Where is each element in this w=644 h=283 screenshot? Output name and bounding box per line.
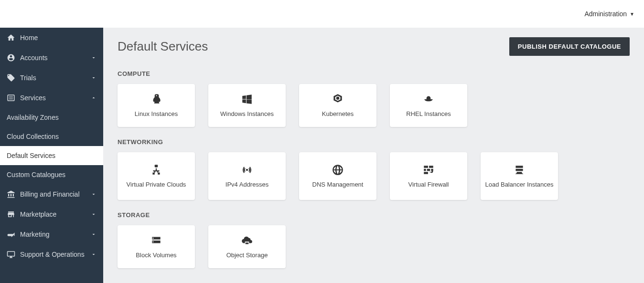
sidebar-item-default-services[interactable]: Default Services (0, 146, 103, 165)
sidebar-item-label: Marketplace (20, 210, 97, 218)
broadcast-icon (241, 164, 253, 176)
chevron-down-icon (91, 211, 97, 217)
section-compute: COMPUTE Linux Instances Windows Instance… (118, 70, 630, 127)
chevron-down-icon (91, 55, 97, 61)
section-title: NETWORKING (118, 138, 630, 146)
store-icon (7, 210, 15, 219)
card-label: Windows Instances (220, 110, 274, 118)
publish-button[interactable]: PUBLISH DEFAULT CATALOGUE (509, 37, 630, 56)
card-row: Virtual Private Clouds IPv4 Addresses DN… (118, 152, 630, 200)
section-storage: STORAGE Block Volumes Object Storage (118, 211, 630, 268)
card-firewall[interactable]: Virtual Firewall (390, 152, 467, 200)
sidebar-item-trials[interactable]: Trials (0, 68, 103, 88)
chevron-down-icon (91, 231, 97, 237)
sidebar: Home Accounts Trials Services Availabili… (0, 28, 103, 283)
sidebar-item-custom-catalogues[interactable]: Custom Catalogues (0, 165, 103, 184)
card-object-storage[interactable]: Object Storage (208, 225, 286, 268)
card-ipv4[interactable]: IPv4 Addresses (208, 152, 286, 200)
chevron-up-icon (91, 95, 97, 101)
card-label: Virtual Firewall (408, 181, 449, 189)
card-label: Kubernetes (322, 110, 354, 118)
card-label: Load Balancer Instances (485, 181, 553, 189)
sidebar-item-label: Cloud Collections (7, 133, 97, 140)
section-networking: NETWORKING Virtual Private Clouds IPv4 A… (118, 138, 630, 200)
card-load-balancer[interactable]: Load Balancer Instances (481, 152, 558, 200)
load-balancer-icon (513, 164, 526, 176)
card-windows-instances[interactable]: Windows Instances (208, 84, 286, 127)
chevron-down-icon (91, 75, 97, 81)
card-kubernetes[interactable]: Kubernetes (299, 84, 376, 127)
home-icon (7, 33, 15, 42)
sidebar-item-accounts[interactable]: Accounts (0, 48, 103, 68)
page-header: Default Services PUBLISH DEFAULT CATALOG… (118, 37, 630, 56)
sidebar-item-services[interactable]: Services (0, 88, 103, 108)
card-row: Block Volumes Object Storage (118, 225, 630, 268)
hat-icon (422, 93, 435, 105)
card-vpc[interactable]: Virtual Private Clouds (118, 152, 195, 200)
main-content: Default Services PUBLISH DEFAULT CATALOG… (103, 28, 644, 283)
page-title: Default Services (118, 39, 208, 54)
card-label: DNS Management (312, 181, 364, 189)
sidebar-item-home[interactable]: Home (0, 28, 103, 48)
sidebar-item-cloud-collections[interactable]: Cloud Collections (0, 127, 103, 146)
card-label: Object Storage (226, 252, 268, 260)
user-circle-icon (7, 53, 15, 62)
sidebar-item-support[interactable]: Support & Operations (0, 244, 103, 264)
section-title: STORAGE (118, 211, 630, 219)
card-row: Linux Instances Windows Instances Kubern… (118, 84, 630, 127)
sidebar-item-label: Trials (20, 74, 97, 82)
megaphone-icon (7, 230, 15, 239)
sidebar-item-label: Services (20, 94, 97, 102)
caret-down-icon: ▼ (630, 11, 634, 17)
sidebar-item-label: Home (20, 34, 97, 42)
layers-icon (7, 94, 15, 102)
sidebar-item-label: Marketing (20, 231, 97, 238)
sidebar-item-availability-zones[interactable]: Availability Zones (0, 108, 103, 127)
sidebar-item-label: Accounts (20, 54, 97, 62)
sidebar-item-marketplace[interactable]: Marketplace (0, 204, 103, 224)
admin-dropdown[interactable]: Administration ▼ (584, 10, 634, 18)
sidebar-item-label: Availability Zones (7, 114, 97, 121)
cloud-storage-icon (241, 234, 253, 247)
sidebar-item-billing[interactable]: Billing and Financial (0, 184, 103, 204)
card-block-volumes[interactable]: Block Volumes (118, 225, 195, 268)
admin-label: Administration (584, 10, 627, 18)
card-label: RHEL Instances (406, 110, 451, 118)
sidebar-item-marketing[interactable]: Marketing (0, 224, 103, 244)
monitor-icon (7, 250, 15, 259)
globe-icon (332, 164, 344, 176)
bank-icon (7, 190, 15, 199)
chevron-down-icon (91, 191, 97, 197)
card-label: IPv4 Addresses (225, 181, 268, 189)
network-icon (150, 164, 162, 176)
card-linux-instances[interactable]: Linux Instances (118, 84, 195, 127)
card-dns[interactable]: DNS Management (299, 152, 376, 200)
card-label: Virtual Private Clouds (127, 181, 186, 189)
disk-icon (150, 234, 162, 247)
sidebar-item-label: Custom Catalogues (7, 171, 97, 178)
linux-icon (150, 93, 162, 105)
card-label: Block Volumes (136, 252, 176, 260)
sidebar-item-label: Default Services (7, 152, 97, 159)
firewall-icon (422, 164, 435, 176)
card-rhel-instances[interactable]: RHEL Instances (390, 84, 467, 127)
windows-icon (241, 93, 253, 105)
tag-icon (7, 73, 15, 82)
svg-rect-1 (155, 165, 158, 167)
sidebar-item-label: Support & Operations (20, 251, 97, 258)
kubernetes-icon (332, 93, 344, 105)
section-title: COMPUTE (118, 70, 630, 77)
chevron-down-icon (91, 252, 97, 257)
sidebar-item-label: Billing and Financial (20, 190, 97, 198)
topbar: Administration ▼ (0, 0, 644, 28)
card-label: Linux Instances (135, 110, 178, 118)
